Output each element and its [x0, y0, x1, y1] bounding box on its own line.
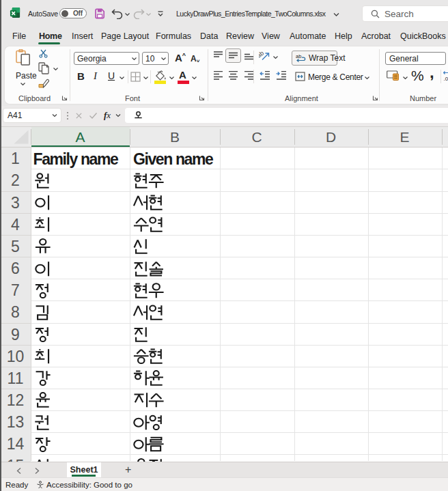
svg-text:ab: ab: [296, 53, 301, 59]
svg-text:.0: .0: [444, 76, 448, 82]
